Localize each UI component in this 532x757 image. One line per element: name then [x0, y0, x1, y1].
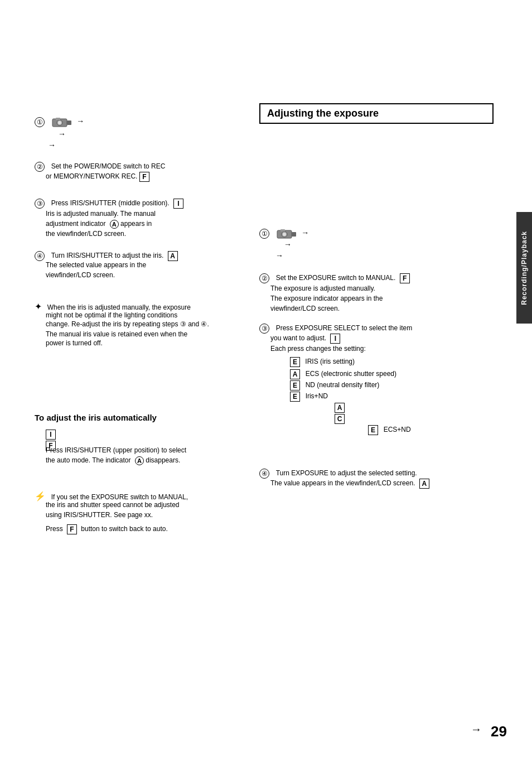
- left-step4-line2: The selected value appears in the: [46, 261, 146, 269]
- right-step1-line3: →: [273, 251, 286, 260]
- right-step1-arrow1: →: [301, 228, 309, 237]
- left-step1: ① →: [35, 116, 86, 128]
- step1-circle: ①: [35, 117, 45, 127]
- icon-A-right: A: [335, 403, 345, 413]
- page: Recording/Playback Adjusting the exposur…: [0, 0, 532, 757]
- sidebar-label: Recording/Playback: [520, 231, 528, 305]
- icon-F-right-step2: F: [400, 273, 410, 283]
- right-step2: ② Set the EXPOSURE switch to MANUAL. F: [259, 273, 410, 283]
- right-step2-line4: viewfinder/LCD screen.: [270, 305, 340, 312]
- svg-point-8: [283, 233, 286, 236]
- icon-F-note: F: [67, 524, 77, 534]
- hint-line1: When the iris is adjusted manually, the …: [47, 303, 191, 311]
- auto-step-text: Press IRIS/SHUTTER (upper position) to s…: [46, 446, 186, 454]
- settings-item4: E Iris+ND: [290, 392, 328, 402]
- icon-I-right-step3: I: [330, 334, 340, 344]
- left-step2-line2: or MEMORY/NETWORK REC. F: [46, 172, 149, 182]
- left-step4-text: Turn IRIS/SHUTTER to adjust the iris.: [51, 252, 166, 259]
- icon-A-step4: A: [168, 251, 178, 261]
- icon-E-iris-nd: E: [290, 392, 300, 402]
- icon-A-circle: A: [110, 220, 119, 229]
- right-step1: ① →: [259, 228, 311, 240]
- right-step2-line3: The exposure indicator appears in the: [270, 295, 383, 302]
- step1-arrow1: →: [76, 117, 84, 126]
- settings-item2: A ECS (electronic shutter speed): [290, 369, 396, 379]
- step3-circle: ③: [35, 199, 45, 209]
- right-step4-circle: ④: [259, 469, 269, 479]
- section-title: Adjusting the exposure: [267, 108, 379, 119]
- right-step2-line2: The exposure is adjusted manually.: [270, 285, 375, 292]
- hint-line4: The manual iris value is retained even w…: [46, 330, 187, 338]
- note-line2: the iris and shutter speed cannot be adj…: [46, 501, 180, 509]
- right-step3-text: Press EXPOSURE SELECT to select the item: [276, 324, 413, 332]
- svg-rect-9: [280, 229, 285, 232]
- left-step4-line3: viewfinder/LCD screen.: [46, 271, 115, 279]
- settings-item1: E IRIS (iris setting): [290, 357, 355, 367]
- icon-E-iris: E: [290, 357, 300, 367]
- iris-nd-label: Iris+ND: [306, 392, 328, 400]
- page-number: 29: [491, 723, 507, 740]
- ecs-nd-label: ECS+ND: [384, 426, 411, 433]
- svg-point-3: [58, 121, 61, 124]
- right-step2-text: Set the EXPOSURE switch to MANUAL.: [276, 274, 398, 282]
- left-step3-line4: the viewfinder/LCD screen.: [46, 230, 126, 238]
- hint-icon: ✦: [35, 302, 42, 311]
- icon-C-right: C: [335, 414, 345, 424]
- sidebar-tab: Recording/Playback: [516, 212, 532, 324]
- right-step3-line2: you want to adjust. I: [270, 334, 340, 344]
- settings-item3: E ND (neutral density filter): [290, 380, 379, 390]
- page-arrow: →: [471, 723, 482, 736]
- left-step2: ② Set the POWER/MODE switch to REC: [35, 162, 165, 172]
- right-step1-camera: [276, 229, 299, 237]
- svg-rect-4: [56, 118, 60, 120]
- icon-A-right-step4: A: [419, 479, 429, 489]
- left-step3-line2: Iris is adjusted manually. The manual: [46, 210, 156, 218]
- step2-circle: ②: [35, 162, 45, 172]
- icon-E-ecs-nd: E: [368, 425, 378, 435]
- svg-rect-1: [67, 120, 71, 125]
- step1-camera-icon: [51, 117, 75, 126]
- left-step2-text: Set the POWER/MODE switch to REC: [51, 162, 166, 170]
- left-step1-line2: →: [56, 129, 68, 138]
- note-line1: If you set the EXPOSURE switch to MANUAL…: [51, 493, 188, 501]
- subheading: To adjust the iris automatically: [35, 413, 157, 422]
- left-step3: ③ Press IRIS/SHUTTER (middle position). …: [35, 199, 183, 209]
- settings-item6: C: [335, 414, 345, 424]
- right-step3-circle: ③: [259, 324, 269, 334]
- hint-line5: power is turned off.: [46, 339, 103, 347]
- icon-F-step2: F: [139, 172, 149, 182]
- note-block: ⚡ If you set the EXPOSURE switch to MANU…: [35, 491, 188, 502]
- note-line3: using IRIS/SHUTTER. See page xx.: [46, 511, 153, 519]
- icon-I-auto: I: [46, 430, 56, 440]
- left-step3-line3: adjustment indicator A appears in: [46, 220, 152, 229]
- hint-line3: change. Re-adjust the iris by repeating …: [46, 320, 209, 328]
- right-step4-line2: The value appears in the viewfinder/LCD …: [270, 479, 429, 489]
- nd-label: ND (neutral density filter): [306, 381, 380, 389]
- step4-circle: ④: [35, 251, 45, 261]
- note-line4: Press F button to switch back to auto.: [46, 524, 168, 534]
- settings-item7: E ECS+ND: [368, 425, 411, 435]
- auto-step-line2: the auto mode. The indicator A disappear…: [46, 456, 180, 465]
- note-icon: ⚡: [35, 491, 46, 501]
- subheading-text: To adjust the iris automatically: [35, 413, 157, 422]
- left-step1-line3: →: [46, 141, 58, 150]
- right-step4: ④ Turn EXPOSURE to adjust the selected s…: [259, 469, 417, 479]
- right-step1-line2: →: [282, 240, 294, 249]
- iris-label: IRIS (iris setting): [305, 358, 355, 365]
- ecs-label: ECS (electronic shutter speed): [306, 370, 396, 378]
- icon-I-step3: I: [173, 199, 183, 209]
- icon-A-auto: A: [135, 456, 144, 465]
- icon-A-ecs: A: [290, 369, 300, 379]
- settings-item5: A: [335, 403, 345, 413]
- right-step4-text: Turn EXPOSURE to adjust the selected set…: [276, 469, 417, 477]
- right-step3: ③ Press EXPOSURE SELECT to select the it…: [259, 324, 412, 334]
- svg-rect-6: [292, 232, 296, 237]
- right-step1-circle: ①: [259, 229, 269, 239]
- hint-line2: might not be optimal if the lighting con…: [46, 311, 177, 319]
- left-step4: ④ Turn IRIS/SHUTTER to adjust the iris. …: [35, 251, 178, 261]
- hint-block: ✦ When the iris is adjusted manually, th…: [35, 301, 191, 312]
- right-step2-circle: ②: [259, 273, 269, 283]
- icon-E-nd: E: [290, 380, 300, 390]
- left-step3-text: Press IRIS/SHUTTER (middle position).: [51, 199, 171, 207]
- section-title-box: Adjusting the exposure: [259, 103, 494, 124]
